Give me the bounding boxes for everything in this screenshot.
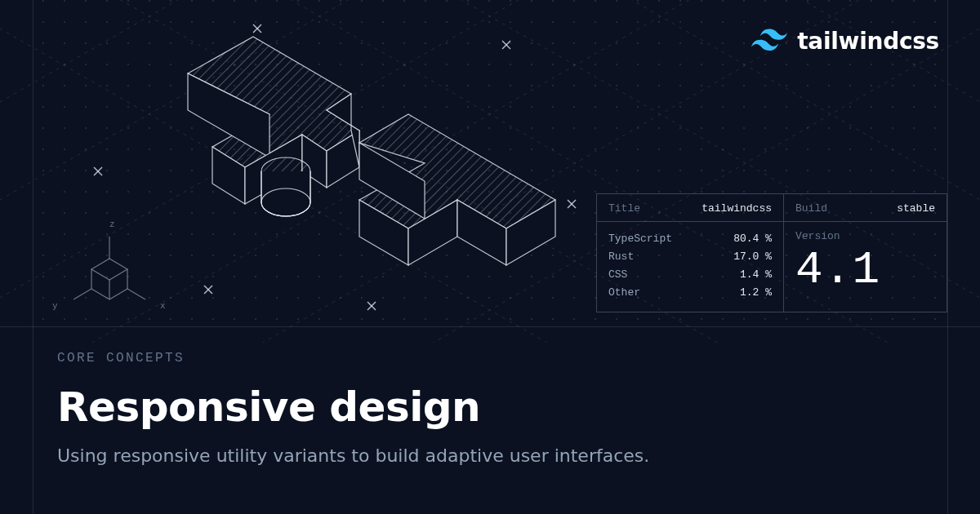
- svg-marker-36: [359, 114, 555, 228]
- svg-marker-42: [91, 259, 127, 280]
- svg-line-15: [94, 167, 102, 175]
- info-title-box: Title tailwindcss TypeScript80.4 % Rust1…: [596, 193, 784, 312]
- svg-point-35: [261, 188, 310, 216]
- info-build-box: Build stable Version 4.1: [784, 193, 947, 312]
- svg-line-18: [204, 286, 212, 294]
- svg-line-23: [502, 41, 510, 49]
- info-version-label: Version: [795, 230, 935, 242]
- tailwind-logo-icon: [751, 29, 787, 55]
- svg-line-17: [204, 286, 212, 294]
- svg-marker-27: [188, 37, 359, 167]
- svg-line-19: [368, 302, 376, 310]
- svg-marker-37: [359, 143, 425, 219]
- svg-line-47: [109, 289, 127, 299]
- svg-point-34: [261, 157, 310, 185]
- svg-marker-28: [188, 73, 270, 157]
- svg-line-21: [568, 200, 576, 208]
- info-version-value: 4.1: [795, 242, 935, 295]
- axis-z-label: z: [109, 219, 115, 229]
- svg-marker-33: [327, 94, 359, 167]
- svg-line-24: [502, 41, 510, 49]
- svg-line-50: [127, 289, 145, 299]
- divider-horizontal: [0, 326, 980, 327]
- svg-line-16: [94, 167, 102, 175]
- eyebrow: CORE CONCEPTS: [57, 351, 649, 366]
- svg-marker-38: [359, 200, 408, 265]
- svg-marker-40: [457, 200, 506, 265]
- page-content: CORE CONCEPTS Responsive design Using re…: [57, 351, 649, 466]
- page-subtitle: Using responsive utility variants to bui…: [57, 445, 649, 466]
- lang-row: CSS1.4 %: [608, 266, 772, 284]
- svg-line-22: [568, 200, 576, 208]
- svg-marker-39: [408, 200, 457, 265]
- info-build-label: Build: [795, 202, 827, 215]
- lang-row: TypeScript80.4 %: [608, 230, 772, 248]
- info-build-value: stable: [897, 202, 935, 215]
- svg-marker-29: [212, 147, 245, 204]
- lang-row: Rust17.0 %: [608, 248, 772, 266]
- svg-marker-41: [506, 200, 555, 265]
- lang-row: Other1.2 %: [608, 284, 772, 302]
- brand-name: tailwindcss: [797, 28, 939, 55]
- svg-line-25: [253, 24, 261, 33]
- divider-vertical-left: [33, 0, 33, 514]
- divider-vertical-right: [947, 0, 948, 514]
- svg-line-49: [74, 289, 91, 299]
- svg-line-46: [91, 289, 109, 299]
- axis-x-label: x: [160, 301, 166, 311]
- info-title-label: Title: [608, 202, 640, 215]
- brand: tailwindcss: [751, 28, 939, 55]
- info-panel: Title tailwindcss TypeScript80.4 % Rust1…: [596, 193, 947, 312]
- page-title: Responsive design: [57, 383, 649, 431]
- svg-line-20: [368, 302, 376, 310]
- svg-marker-32: [327, 131, 359, 188]
- axis-y-label: y: [52, 301, 58, 311]
- svg-line-26: [253, 24, 261, 33]
- svg-marker-31: [302, 135, 327, 188]
- svg-marker-30: [245, 135, 302, 204]
- info-title-value: tailwindcss: [702, 202, 772, 215]
